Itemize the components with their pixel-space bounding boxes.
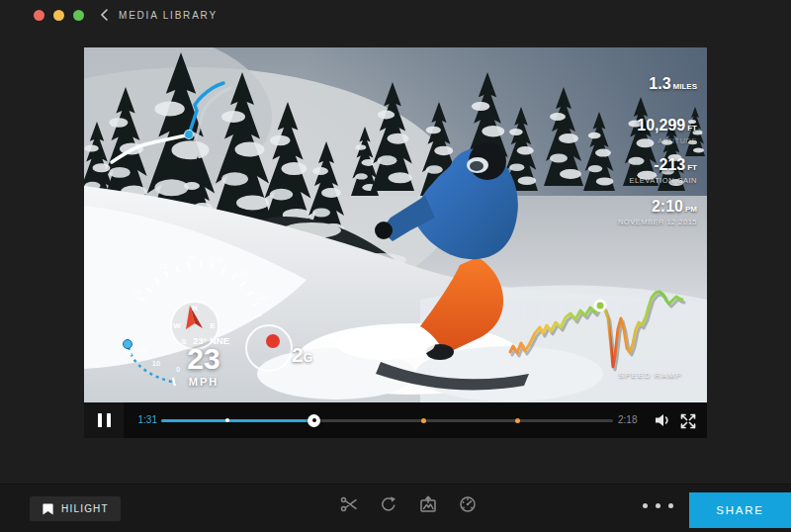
timeline-track[interactable] (161, 416, 613, 424)
volume-icon (654, 412, 671, 428)
current-time: 1:31 (130, 414, 157, 425)
rotate-button[interactable] (376, 491, 401, 517)
ellipsis-icon (643, 503, 648, 508)
pause-button[interactable] (84, 402, 124, 438)
distance-stat: 1.3MILES (539, 75, 697, 93)
compass-n: N (192, 304, 198, 312)
share-button[interactable]: SHARE (689, 492, 791, 528)
player-controls: 1:31 2:18 (84, 402, 707, 438)
timeline-progress (161, 419, 314, 422)
clock-stat: 2:10PM NOVEMBER 12 2015 (539, 198, 697, 226)
page-title: MEDIA LIBRARY (119, 10, 218, 21)
speed-ramp-label: SPEED RAMP (619, 371, 682, 380)
svg-text:50: 50 (133, 288, 142, 297)
svg-text:20: 20 (139, 345, 147, 354)
edit-tools (336, 491, 481, 517)
app-window: MEDIA LIBRARY (0, 0, 791, 532)
chevron-left-icon (100, 9, 109, 21)
svg-text:100: 100 (209, 255, 222, 264)
frame-grab-icon (419, 495, 437, 513)
compass-w: W (173, 321, 181, 330)
volume-button[interactable] (652, 410, 673, 430)
gauge-icon (459, 495, 477, 513)
hilight-tag-icon (42, 502, 54, 516)
pause-icon (98, 413, 102, 427)
more-options-button[interactable] (637, 497, 679, 514)
fullscreen-icon (679, 412, 697, 430)
trim-button[interactable] (336, 491, 362, 517)
video-player[interactable]: 50 70 90 100 120 140 20 10 0 (84, 47, 707, 438)
window-controls (34, 10, 84, 21)
svg-text:70: 70 (159, 262, 168, 271)
scissors-icon (340, 495, 358, 513)
zoom-button[interactable] (73, 10, 84, 21)
pause-icon (107, 413, 111, 427)
svg-text:10: 10 (152, 359, 160, 368)
speed-gauge-button[interactable] (455, 491, 481, 517)
minimize-button[interactable] (53, 10, 64, 21)
close-button[interactable] (34, 10, 44, 21)
fullscreen-button[interactable] (677, 410, 699, 432)
frame-grab-button[interactable] (415, 491, 441, 517)
ellipsis-icon (656, 503, 660, 508)
compass-e: E (210, 321, 216, 330)
rotate-icon (380, 495, 397, 513)
svg-text:90: 90 (188, 253, 197, 262)
hilight-button[interactable]: HILIGHT (30, 496, 121, 521)
timeline-scrubber[interactable] (308, 414, 320, 427)
svg-text:120: 120 (235, 269, 249, 278)
speed-readout: 23 MPH (169, 344, 238, 388)
hilight-marker[interactable] (515, 418, 520, 423)
altitude-stat: 10,299FT ALTITUDE (539, 117, 697, 145)
hilight-button-label: HILIGHT (61, 503, 109, 514)
titlebar: MEDIA LIBRARY (0, 0, 791, 30)
ellipsis-icon (668, 503, 673, 508)
duration: 2:18 (618, 414, 648, 425)
svg-text:140: 140 (256, 293, 270, 302)
footer-toolbar: HILIGHT (0, 484, 791, 532)
back-button[interactable] (98, 7, 111, 23)
gforce-readout: 2G (292, 343, 312, 367)
elevation-gain-stat: -213FT ELEVATION GAIN (539, 156, 697, 185)
